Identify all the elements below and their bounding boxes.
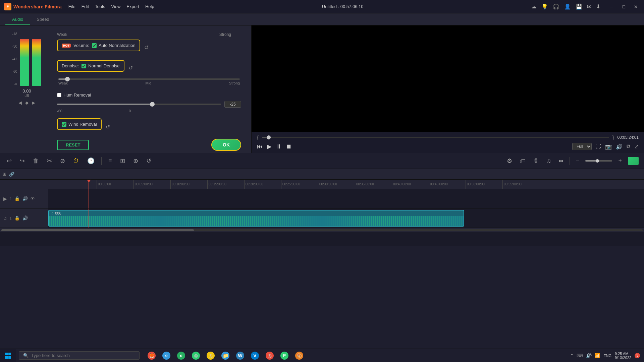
undo-button[interactable]: ↩ [5, 156, 13, 166]
denoise-slider[interactable] [58, 78, 240, 80]
maximize-button[interactable]: □ [621, 3, 627, 10]
wifi-icon[interactable]: 📶 [594, 353, 600, 358]
taskbar-app-chrome-green[interactable]: ◎ [189, 350, 203, 362]
delete-button[interactable]: 🗑 [32, 156, 40, 166]
timeline-layout-icon[interactable]: ⊞ [3, 172, 6, 177]
clock-button[interactable]: 🕐 [86, 156, 96, 166]
audio-track-volume[interactable]: 🔊 [22, 216, 28, 221]
ok-button[interactable]: OK [211, 139, 241, 151]
menu-edit[interactable]: Edit [82, 4, 89, 9]
audio-clip[interactable]: ♫ 006 [48, 210, 464, 227]
vu-prev-icon[interactable]: ◀ [18, 100, 22, 105]
hum-slider[interactable] [57, 104, 221, 105]
taskbar-app-ie[interactable]: e [174, 350, 188, 362]
cloud-icon[interactable]: ☁ [531, 3, 537, 10]
save-icon[interactable]: 💾 [576, 3, 582, 10]
denoise-reset-icon[interactable]: ↺ [128, 65, 133, 71]
quality-select[interactable]: Full 1/2 1/4 [572, 143, 592, 150]
snapshot-icon[interactable]: 📷 [605, 143, 612, 150]
cut-button[interactable]: ✂ [46, 156, 53, 166]
gear-icon[interactable]: ⚙ [505, 156, 514, 166]
tab-audio[interactable]: Audio [5, 14, 30, 25]
chevron-up-icon[interactable]: ⌃ [570, 353, 574, 358]
preview-scrubber[interactable] [262, 137, 609, 138]
menu-help[interactable]: Help [145, 4, 154, 9]
tab-speed[interactable]: Speed [30, 14, 56, 25]
video-track-volume[interactable]: 🔊 [22, 196, 28, 201]
timeline-scrollbar[interactable] [0, 228, 644, 232]
pip-icon[interactable]: ⧉ [627, 143, 630, 149]
multicam-button[interactable]: ⊞ [119, 156, 126, 166]
video-track-eye[interactable]: 👁 [31, 196, 35, 201]
keyboard-icon[interactable]: ⌨ [577, 353, 583, 358]
menu-tools[interactable]: Tools [95, 4, 105, 9]
auto-normalization-checkbox[interactable] [92, 43, 97, 48]
menu-export[interactable]: Export [126, 4, 139, 9]
search-input[interactable] [31, 353, 135, 358]
headphone-icon[interactable]: 🎧 [553, 3, 559, 10]
clock: 9:25 AM 9/13/2022 [615, 352, 631, 360]
speed-ramp-button[interactable]: ↺ [145, 156, 153, 166]
taskbar-app-explorer[interactable]: 📁 [219, 350, 232, 362]
zoom-in-icon[interactable]: + [617, 156, 623, 166]
mute-button[interactable]: ⊘ [59, 156, 66, 166]
taskbar-app-word[interactable]: W [233, 350, 247, 362]
redo-button[interactable]: ↪ [18, 156, 26, 166]
scrollbar-thumb[interactable] [1, 229, 194, 231]
taskbar-app-paint[interactable]: 🎨 [292, 350, 306, 362]
taskbar-app-filmora[interactable]: F [278, 350, 291, 362]
download-icon[interactable]: ⬇ [596, 3, 600, 10]
start-button[interactable] [0, 349, 16, 362]
stop-button[interactable]: ⏹ [286, 143, 292, 150]
mail-icon[interactable]: ✉ [587, 3, 591, 10]
hum-removal-checkbox[interactable] [57, 93, 61, 97]
timeline-link-icon[interactable]: 🔗 [9, 172, 14, 177]
zoom-slider[interactable] [585, 160, 612, 162]
user-icon[interactable]: 👤 [564, 3, 571, 10]
bulb-icon[interactable]: 💡 [541, 3, 548, 10]
close-button[interactable]: ✕ [632, 3, 640, 10]
date-display: 9/13/2022 [615, 356, 631, 360]
fullscreen-icon[interactable]: ⛶ [596, 143, 601, 149]
volume-reset-icon[interactable]: ↺ [144, 44, 149, 51]
audio-icon[interactable]: 🔊 [616, 143, 623, 150]
add-button[interactable]: ⊕ [132, 156, 140, 166]
video-track-lock[interactable]: 🔒 [14, 196, 20, 201]
vu-next-icon[interactable]: ▶ [32, 100, 35, 105]
scrollbar-track[interactable] [1, 229, 643, 231]
skip-back-button[interactable]: ⏮ [257, 143, 263, 150]
pause-button[interactable]: ⏸ [276, 143, 282, 150]
taskbar-app-chrome2[interactable]: ◎ [263, 350, 276, 362]
svg-rect-2 [5, 356, 8, 359]
app-logo: F Wondershare Filmora [4, 3, 62, 10]
bracket-out-icon[interactable]: } [612, 135, 614, 140]
audio-track-lock[interactable]: 🔒 [14, 216, 20, 221]
eq-button[interactable]: ≡ [107, 156, 113, 166]
reset-button[interactable]: RESET [57, 140, 89, 150]
video-track-controls: ▶ 1 🔒 🔊 👁 [0, 189, 48, 208]
taskbar-app-firefox[interactable]: 🦊 [145, 350, 158, 362]
bookmark-icon[interactable]: 🏷 [518, 156, 527, 166]
zoom-out-icon[interactable]: − [575, 156, 581, 166]
bracket-in-icon[interactable]: { [257, 135, 259, 140]
taskbar-app-vscode[interactable]: V [248, 350, 262, 362]
minimize-button[interactable]: ─ [608, 3, 616, 10]
resize-icon[interactable]: ⤢ [634, 143, 639, 150]
wind-removal-checkbox[interactable] [62, 122, 66, 127]
notification-badge[interactable]: 3 [635, 353, 640, 358]
taskbar-search-bar[interactable]: 🔍 [19, 351, 140, 360]
playhead[interactable] [89, 180, 89, 189]
menu-view[interactable]: View [111, 4, 120, 9]
volume-icon[interactable]: 🔊 [586, 353, 592, 358]
timer-button[interactable]: ⏱ [72, 156, 80, 166]
play-button[interactable]: ▶ [267, 143, 272, 150]
taskbar-app-edge[interactable]: e [160, 350, 173, 362]
taskbar-app-chrome[interactable]: ◎ [204, 350, 217, 362]
music-icon[interactable]: ♫ [545, 156, 552, 166]
transition-icon[interactable]: ⇔ [557, 156, 565, 166]
normal-denoise-checkbox[interactable] [82, 64, 86, 68]
menu-file[interactable]: File [68, 4, 75, 9]
wind-reset-icon[interactable]: ↺ [106, 124, 110, 130]
mic-icon[interactable]: 🎙 [532, 156, 540, 166]
vu-reset-icon[interactable]: ◆ [25, 100, 29, 105]
